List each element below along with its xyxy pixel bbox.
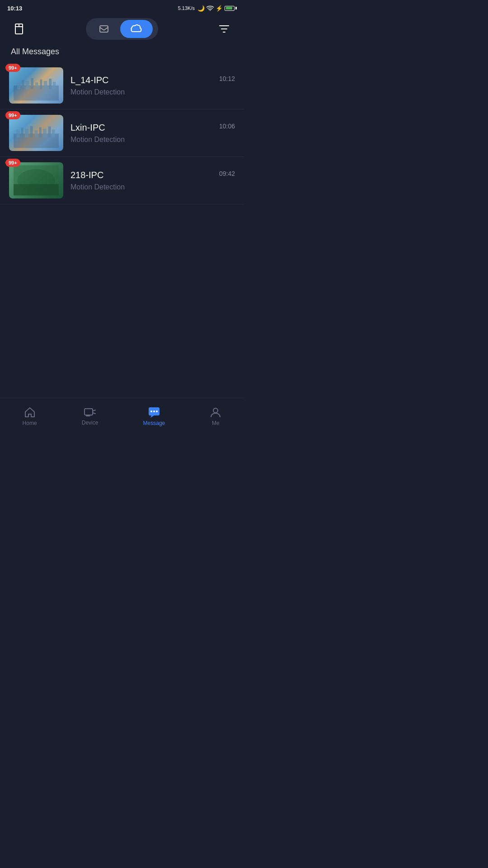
message-time: 10:06 (219, 123, 235, 130)
svg-rect-22 (30, 126, 33, 137)
wifi-icon (206, 5, 214, 11)
notification-badge: 99+ (5, 111, 20, 119)
message-type: Motion Detection (70, 136, 235, 144)
svg-rect-16 (49, 79, 52, 89)
tab-home[interactable]: Home (15, 403, 44, 430)
status-bar: 10:13 5.13K/s 🌙 ⚡ (0, 0, 244, 14)
svg-point-37 (153, 410, 155, 412)
tab-device[interactable]: Device (75, 403, 106, 429)
svg-rect-31 (84, 409, 93, 415)
notification-badge: 99+ (5, 64, 20, 72)
svg-rect-30 (14, 184, 59, 195)
status-time: 10:13 (7, 5, 22, 12)
tab-message-label: Message (143, 420, 165, 426)
svg-rect-4 (100, 26, 108, 32)
thumbnail-wrapper: 99+ (9, 115, 63, 151)
message-type: Motion Detection (70, 183, 235, 191)
thumbnail-wrapper: 99+ (9, 67, 63, 104)
svg-rect-26 (48, 127, 51, 137)
charging-icon: ⚡ (216, 5, 223, 12)
svg-rect-14 (40, 80, 42, 90)
cloud-toggle-btn[interactable] (120, 20, 153, 38)
svg-point-39 (213, 408, 218, 413)
message-top: L_14-IPC 10:12 (70, 75, 235, 85)
message-top: Lxin-IPC 10:06 (70, 123, 235, 133)
view-toggle[interactable] (86, 18, 158, 40)
moon-icon: 🌙 (197, 5, 205, 12)
tab-message[interactable]: Message (136, 403, 173, 430)
message-list: 99+ L_14-IPC 10:12 Motion Detection (0, 62, 244, 204)
message-item[interactable]: 99+ 218-IPC 09:42 Motion Detection (0, 157, 244, 204)
message-content: L_14-IPC 10:12 Motion Detection (70, 75, 235, 96)
message-type: Motion Detection (70, 88, 235, 96)
top-nav (0, 14, 244, 43)
svg-rect-12 (31, 78, 33, 89)
svg-rect-25 (43, 129, 47, 137)
network-speed: 5.13K/s (178, 5, 195, 11)
svg-rect-20 (21, 127, 23, 137)
message-top: 218-IPC 09:42 (70, 170, 235, 180)
svg-rect-21 (25, 129, 28, 137)
notification-badge: 99+ (5, 159, 20, 167)
message-time: 10:12 (219, 75, 235, 82)
svg-rect-23 (35, 130, 38, 137)
section-title: All Messages (0, 43, 244, 62)
message-content: Lxin-IPC 10:06 Motion Detection (70, 123, 235, 144)
add-bookmark-button[interactable] (11, 20, 29, 38)
tab-me-label: Me (212, 420, 220, 426)
message-toggle-btn[interactable] (88, 20, 120, 38)
message-item[interactable]: 99+ Lxin-IPC 10:06 Motion Detection (0, 109, 244, 157)
svg-rect-15 (44, 81, 47, 89)
svg-point-0 (210, 10, 211, 11)
camera-thumbnail (9, 162, 63, 198)
camera-name: Lxin-IPC (70, 123, 105, 133)
camera-name: L_14-IPC (70, 75, 109, 85)
svg-rect-19 (17, 130, 20, 137)
tab-home-label: Home (23, 420, 37, 426)
camera-thumbnail (9, 67, 63, 104)
svg-point-36 (150, 410, 152, 412)
svg-rect-27 (52, 130, 55, 138)
svg-point-38 (156, 410, 158, 412)
svg-rect-13 (35, 82, 38, 89)
tab-device-label: Device (82, 420, 99, 426)
camera-name: 218-IPC (70, 170, 103, 180)
svg-rect-17 (53, 82, 56, 90)
message-content: 218-IPC 09:42 Motion Detection (70, 170, 235, 191)
filter-button[interactable] (215, 20, 233, 38)
message-item[interactable]: 99+ L_14-IPC 10:12 Motion Detection (0, 62, 244, 109)
camera-thumbnail (9, 115, 63, 151)
bottom-nav: Home Device Message Me (0, 398, 244, 434)
svg-rect-24 (39, 127, 42, 138)
svg-rect-11 (26, 81, 29, 89)
message-time: 09:42 (219, 170, 235, 177)
battery-icon (225, 6, 237, 11)
thumbnail-wrapper: 99+ (9, 162, 63, 198)
tab-me[interactable]: Me (202, 403, 229, 430)
svg-rect-9 (17, 82, 20, 90)
status-icons: 5.13K/s 🌙 ⚡ (178, 5, 237, 12)
svg-rect-10 (22, 80, 24, 90)
